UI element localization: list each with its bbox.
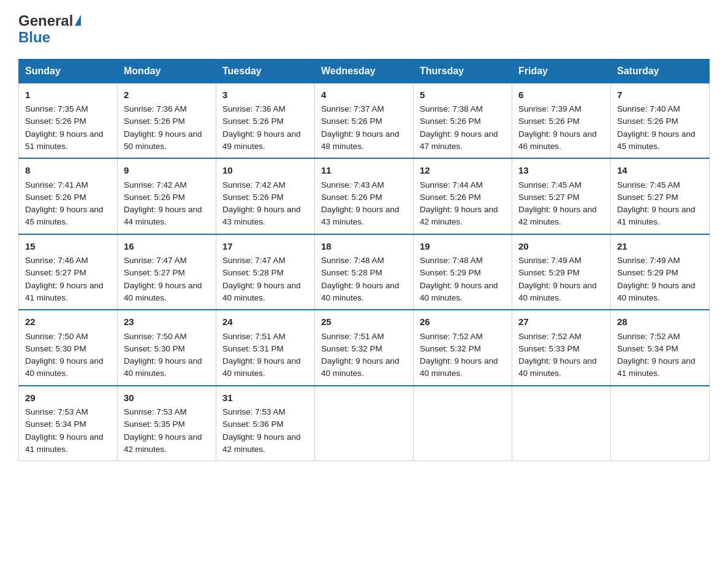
- day-number: 14: [617, 164, 703, 178]
- day-number: 3: [222, 88, 308, 102]
- calendar-header-row: SundayMondayTuesdayWednesdayThursdayFrid…: [19, 59, 710, 83]
- calendar-week-row: 1Sunrise: 7:35 AMSunset: 5:26 PMDaylight…: [19, 83, 710, 158]
- day-number: 5: [420, 88, 506, 102]
- calendar-cell: 14Sunrise: 7:45 AMSunset: 5:27 PMDayligh…: [611, 158, 710, 234]
- day-number: 17: [222, 240, 308, 254]
- calendar-cell: 20Sunrise: 7:49 AMSunset: 5:29 PMDayligh…: [512, 234, 611, 310]
- day-number: 30: [124, 391, 210, 405]
- calendar-cell: 16Sunrise: 7:47 AMSunset: 5:27 PMDayligh…: [118, 234, 216, 310]
- column-header-wednesday: Wednesday: [315, 59, 414, 83]
- day-number: 31: [222, 391, 308, 405]
- calendar-cell: [611, 386, 710, 461]
- calendar-cell: 24Sunrise: 7:51 AMSunset: 5:31 PMDayligh…: [216, 310, 315, 386]
- column-header-thursday: Thursday: [414, 59, 512, 83]
- calendar-cell: 13Sunrise: 7:45 AMSunset: 5:27 PMDayligh…: [512, 158, 611, 234]
- day-number: 19: [420, 240, 506, 254]
- calendar-cell: 10Sunrise: 7:42 AMSunset: 5:26 PMDayligh…: [216, 158, 315, 234]
- calendar-cell: 11Sunrise: 7:43 AMSunset: 5:26 PMDayligh…: [315, 158, 414, 234]
- calendar-week-row: 15Sunrise: 7:46 AMSunset: 5:27 PMDayligh…: [19, 234, 710, 310]
- calendar-week-row: 22Sunrise: 7:50 AMSunset: 5:30 PMDayligh…: [19, 310, 710, 386]
- calendar-cell: 3Sunrise: 7:36 AMSunset: 5:26 PMDaylight…: [216, 83, 315, 158]
- calendar-cell: 12Sunrise: 7:44 AMSunset: 5:26 PMDayligh…: [414, 158, 512, 234]
- day-number: 12: [420, 164, 506, 178]
- calendar-cell: 27Sunrise: 7:52 AMSunset: 5:33 PMDayligh…: [512, 310, 611, 386]
- calendar-cell: 9Sunrise: 7:42 AMSunset: 5:26 PMDaylight…: [118, 158, 216, 234]
- day-number: 7: [617, 88, 703, 102]
- calendar-cell: 22Sunrise: 7:50 AMSunset: 5:30 PMDayligh…: [19, 310, 118, 386]
- day-number: 15: [25, 240, 111, 254]
- calendar-cell: 6Sunrise: 7:39 AMSunset: 5:26 PMDaylight…: [512, 83, 611, 158]
- calendar-cell: 8Sunrise: 7:41 AMSunset: 5:26 PMDaylight…: [19, 158, 118, 234]
- calendar-cell: 15Sunrise: 7:46 AMSunset: 5:27 PMDayligh…: [19, 234, 118, 310]
- column-header-friday: Friday: [512, 59, 611, 83]
- day-number: 4: [321, 88, 407, 102]
- day-number: 23: [124, 315, 210, 329]
- calendar-cell: 4Sunrise: 7:37 AMSunset: 5:26 PMDaylight…: [315, 83, 414, 158]
- calendar-week-row: 8Sunrise: 7:41 AMSunset: 5:26 PMDaylight…: [19, 158, 710, 234]
- day-number: 21: [617, 240, 703, 254]
- calendar-cell: [512, 386, 611, 461]
- calendar-cell: 2Sunrise: 7:36 AMSunset: 5:26 PMDaylight…: [118, 83, 216, 158]
- day-number: 16: [124, 240, 210, 254]
- calendar-cell: 19Sunrise: 7:48 AMSunset: 5:29 PMDayligh…: [414, 234, 512, 310]
- calendar-cell: 23Sunrise: 7:50 AMSunset: 5:30 PMDayligh…: [118, 310, 216, 386]
- calendar-cell: 30Sunrise: 7:53 AMSunset: 5:35 PMDayligh…: [118, 386, 216, 461]
- day-number: 9: [124, 164, 210, 178]
- calendar-cell: 28Sunrise: 7:52 AMSunset: 5:34 PMDayligh…: [611, 310, 710, 386]
- calendar-cell: 25Sunrise: 7:51 AMSunset: 5:32 PMDayligh…: [315, 310, 414, 386]
- logo-text: General Blue: [18, 12, 81, 47]
- calendar-cell: 5Sunrise: 7:38 AMSunset: 5:26 PMDaylight…: [414, 83, 512, 158]
- column-header-sunday: Sunday: [19, 59, 118, 83]
- logo-general: General: [18, 12, 73, 30]
- day-number: 22: [25, 315, 111, 329]
- logo-triangle-icon: [75, 15, 81, 26]
- day-number: 1: [25, 88, 111, 102]
- day-number: 6: [518, 88, 604, 102]
- logo: General Blue: [18, 12, 81, 47]
- calendar-table: SundayMondayTuesdayWednesdayThursdayFrid…: [18, 59, 710, 462]
- calendar-cell: 17Sunrise: 7:47 AMSunset: 5:28 PMDayligh…: [216, 234, 315, 310]
- day-number: 24: [222, 315, 308, 329]
- calendar-cell: [315, 386, 414, 461]
- day-number: 20: [518, 240, 604, 254]
- day-number: 18: [321, 240, 407, 254]
- day-number: 29: [25, 391, 111, 405]
- calendar-cell: 31Sunrise: 7:53 AMSunset: 5:36 PMDayligh…: [216, 386, 315, 461]
- calendar-cell: [414, 386, 512, 461]
- day-number: 25: [321, 315, 407, 329]
- calendar-cell: 7Sunrise: 7:40 AMSunset: 5:26 PMDaylight…: [611, 83, 710, 158]
- calendar-cell: 1Sunrise: 7:35 AMSunset: 5:26 PMDaylight…: [19, 83, 118, 158]
- day-number: 11: [321, 164, 407, 178]
- day-number: 13: [518, 164, 604, 178]
- day-number: 2: [124, 88, 210, 102]
- day-number: 10: [222, 164, 308, 178]
- column-header-saturday: Saturday: [611, 59, 710, 83]
- day-number: 26: [420, 315, 506, 329]
- day-number: 27: [518, 315, 604, 329]
- column-header-tuesday: Tuesday: [216, 59, 315, 83]
- calendar-cell: 26Sunrise: 7:52 AMSunset: 5:32 PMDayligh…: [414, 310, 512, 386]
- calendar-cell: 18Sunrise: 7:48 AMSunset: 5:28 PMDayligh…: [315, 234, 414, 310]
- day-number: 8: [25, 164, 111, 178]
- page-header: General Blue: [18, 12, 710, 47]
- day-number: 28: [617, 315, 703, 329]
- calendar-week-row: 29Sunrise: 7:53 AMSunset: 5:34 PMDayligh…: [19, 386, 710, 461]
- calendar-cell: 21Sunrise: 7:49 AMSunset: 5:29 PMDayligh…: [611, 234, 710, 310]
- column-header-monday: Monday: [118, 59, 216, 83]
- calendar-cell: 29Sunrise: 7:53 AMSunset: 5:34 PMDayligh…: [19, 386, 118, 461]
- logo-blue: Blue: [18, 29, 81, 47]
